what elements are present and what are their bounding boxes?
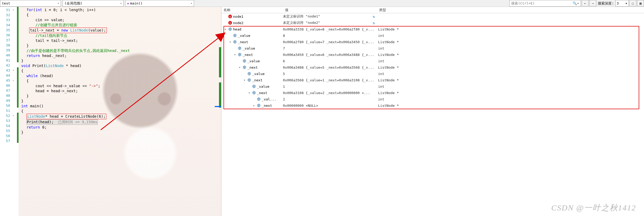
expander-icon[interactable]: ▾ [228, 40, 232, 44]
watch-var-value: 0x006a3450 {_value=6 _next=0x006a3488 {_… [283, 53, 377, 57]
watch-var-type: ListNode * [377, 104, 644, 108]
watch-body[interactable]: ✕node1未定义标识符 "node1"↻✕node2未定义标识符 "node2… [221, 13, 644, 216]
watch-var-type: int [377, 46, 644, 50]
watch-row[interactable]: _value8int [221, 32, 644, 39]
watch-row[interactable]: ▾_next0x006a3450 {_value=6 _next=0x006a3… [221, 51, 644, 58]
depth-value: 3 [617, 1, 619, 5]
fold-toggle[interactable]: ⌄ [12, 7, 14, 11]
line-number-gutter: 3132333435363738394041424344454647484950… [0, 7, 12, 216]
code-line[interactable]: cout << head->_value << "->"; [19, 83, 221, 89]
code-line[interactable]: { [19, 12, 221, 17]
code-line[interactable]: { [19, 78, 221, 83]
code-line[interactable]: } [19, 58, 221, 63]
fold-column: ⌄⌄⌄⌄ [12, 7, 17, 216]
watch-row[interactable]: ✕node2未定义标识符 "node2"↻ [221, 20, 644, 26]
watch-row[interactable]: _val...2int [221, 96, 644, 102]
col-value[interactable]: 值 [283, 7, 377, 13]
watch-row[interactable]: _value1int [221, 83, 644, 90]
code-line[interactable]: head = head->_next; [19, 89, 221, 94]
expander-icon[interactable]: ▾ [233, 53, 237, 56]
line-number: 37 [0, 38, 12, 43]
line-number: 57 [0, 138, 12, 143]
watch-row[interactable]: ▾_next0x006a3108 {_value=2 _next=0x00000… [221, 90, 644, 96]
refresh-icon[interactable]: ↻ [373, 21, 375, 25]
line-number: 35 [0, 28, 12, 33]
watch-row[interactable]: ▾_next0x006a2f80 {_value=7 _next=0x006a3… [221, 39, 644, 45]
col-name[interactable]: 名称 [221, 7, 283, 13]
code-line[interactable]: while (head) [19, 73, 221, 78]
code-line[interactable]: //tail指向新节点 [19, 33, 221, 38]
watch-row[interactable]: _value5int [221, 70, 644, 77]
fold-toggle[interactable]: ⌄ [12, 68, 14, 71]
watch-var-name: _value [252, 72, 265, 76]
expander-icon[interactable]: ▸ [252, 104, 256, 107]
watch-row[interactable]: ✕node1未定义标识符 "node1"↻ [221, 13, 644, 20]
scope-project-dropdown[interactable]: test ▾ [0, 0, 61, 7]
toolbar-button-2[interactable]: ▦ [637, 0, 644, 6]
code-body[interactable]: for(int i = 0; i < length; i++){ cin >> … [19, 7, 221, 216]
code-line[interactable]: { [19, 68, 221, 73]
object-icon [233, 34, 237, 37]
watch-row[interactable]: ▾_next0x006a3568 {_value=1 _next=0x006a3… [221, 77, 644, 83]
watch-var-name: _value [243, 46, 255, 50]
chevron-down-icon: ▾ [58, 2, 59, 5]
code-line[interactable]: } [19, 94, 221, 99]
code-line[interactable]: //创建节点并且进行链接 [19, 23, 221, 28]
watch-row[interactable]: ▾head0x006a3338 {_value=8 _next=0x006a2f… [221, 26, 644, 32]
expander-icon[interactable]: ▾ [224, 28, 227, 31]
refresh-icon[interactable]: ↻ [373, 15, 375, 19]
watch-row[interactable]: ▸_next0x00000000 <NULL>ListNode * [221, 102, 644, 109]
watch-row[interactable]: ▾_next0x006a3488 {_value=5 _next=0x006a3… [221, 64, 644, 70]
fold-toggle[interactable]: ⌄ [12, 113, 14, 117]
expander-icon[interactable]: ▾ [247, 91, 251, 95]
watch-row[interactable]: _value6int [221, 58, 644, 64]
watch-var-name: _value [257, 85, 269, 89]
watch-row[interactable]: _value7int [221, 45, 644, 51]
watch-var-value: 0x006a3338 {_value=8 _next=0x006a2f80 {_… [283, 27, 377, 31]
object-icon [247, 78, 251, 82]
watch-var-value: 未定义标识符 "node1"↻ [283, 14, 377, 19]
watch-var-type: ListNode * [377, 65, 644, 69]
line-number: 54 [0, 123, 12, 128]
code-line[interactable]: tail = tail->_next; [19, 38, 221, 43]
code-line[interactable]: } [19, 99, 221, 104]
object-icon [252, 91, 256, 95]
nav-forward-button[interactable]: → [589, 0, 596, 6]
search-input[interactable] [511, 1, 572, 5]
code-line[interactable]: int main() [19, 104, 221, 109]
search-box[interactable]: 🔍▾ [509, 0, 581, 7]
watch-var-value: 8 [283, 34, 377, 38]
nav-back-button[interactable]: ← [582, 0, 589, 6]
code-line[interactable]: //由于是创建的是不带哨兵位的头节点,因此返回head._next [19, 48, 221, 53]
line-number: 33 [0, 17, 12, 23]
watch-var-type: int [377, 85, 644, 89]
code-line[interactable]: Print(head); 已用时间 <= 9,150ms [19, 119, 221, 125]
code-line[interactable]: return head._next; [19, 53, 221, 58]
code-line[interactable]: cin >> value; [19, 17, 221, 23]
watch-var-type: ListNode * [377, 53, 644, 57]
expander-icon[interactable]: ▾ [243, 78, 246, 82]
watch-header: 名称 值 类型 [221, 7, 644, 13]
line-number: 51 [0, 108, 12, 113]
scope-global-dropdown[interactable]: (全局范围) ▾ [63, 0, 124, 7]
error-icon: ✕ [228, 21, 232, 25]
expander-icon[interactable]: ▾ [238, 66, 242, 69]
code-line[interactable]: } [19, 43, 221, 48]
object-icon [233, 40, 237, 44]
code-line[interactable]: void Print(ListNode * head) [19, 63, 221, 68]
toolbar-button-1[interactable]: ▢ [629, 0, 636, 6]
depth-input[interactable]: 3 ▾ [615, 0, 629, 7]
code-editor-pane: 3132333435363738394041424344454647484950… [0, 7, 221, 216]
line-number: 36 [0, 33, 12, 38]
code-line[interactable]: { [19, 109, 221, 114]
fold-toggle[interactable]: ⌄ [12, 78, 14, 81]
code-line[interactable]: return 0; [19, 125, 221, 130]
watch-var-type: int [377, 59, 644, 63]
code-line[interactable]: for(int i = 0; i < length; i++) [19, 7, 221, 12]
col-type[interactable]: 类型 [377, 7, 644, 13]
code-line[interactable]: tail->_next = new ListNode(value); [19, 28, 221, 33]
watch-var-value: 未定义标识符 "node2"↻ [283, 20, 377, 25]
code-line[interactable]: } [19, 130, 221, 135]
code-line[interactable]: ListNode* head = CreateListNode(6); [19, 114, 221, 119]
scope-function-dropdown[interactable]: ◈ main() ▾ [125, 0, 194, 7]
